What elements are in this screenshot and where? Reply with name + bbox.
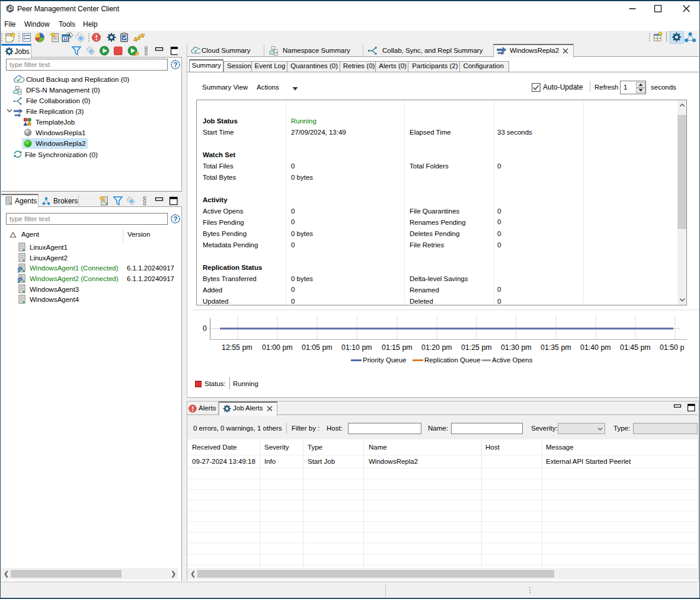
svg-text:?: ?	[174, 215, 178, 222]
svg-text:12: 12	[63, 37, 68, 41]
svg-text:?: ?	[174, 61, 178, 68]
